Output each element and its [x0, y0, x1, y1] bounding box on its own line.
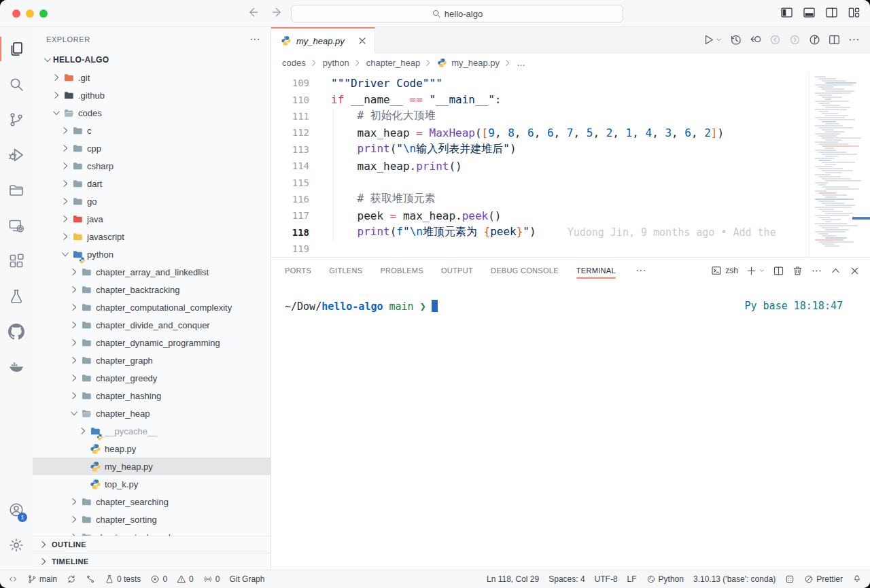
tests-indicator[interactable]: 0 tests — [105, 574, 141, 584]
tree-item-codes[interactable]: codes — [33, 104, 271, 122]
tree-item-python[interactable]: python — [33, 245, 271, 263]
tree-item-go[interactable]: go — [33, 192, 271, 210]
tree-item-dart[interactable]: dart — [33, 175, 271, 192]
warnings-indicator[interactable]: 0 — [177, 574, 194, 584]
panel-tab-gitlens[interactable]: GITLENS — [329, 258, 362, 283]
zoom-window-button[interactable] — [39, 10, 48, 18]
activity-bar-item-explorer[interactable] — [0, 31, 33, 67]
tree-item--git[interactable]: .git — [33, 69, 271, 86]
sidebar-section-outline[interactable]: OUTLINE — [33, 536, 271, 553]
code-line-118[interactable]: 118 print(f"\n堆顶元素为 {peek}")Yudong Jin, … — [271, 224, 870, 241]
breadcrumb-item[interactable]: … — [517, 58, 525, 68]
activity-bar-item-docker[interactable] — [0, 349, 33, 385]
cursor-position[interactable]: Ln 118, Col 29 — [487, 574, 539, 584]
code-editor[interactable]: 109"""Driver Code"""110if __name__ == "_… — [271, 72, 870, 257]
explorer-more-actions-icon[interactable] — [249, 33, 261, 46]
sync-button[interactable] — [67, 574, 76, 584]
panel-more-actions-icon[interactable] — [811, 265, 822, 277]
tree-item-chapter-dynamic-programming[interactable]: chapter_dynamic_programming — [33, 334, 271, 351]
maximize-panel-icon[interactable] — [830, 265, 841, 277]
tree-item-chapter-stack-and-queue[interactable]: chapter_stack_and_queue — [33, 528, 271, 536]
activity-bar-item-remote-explorer[interactable] — [0, 208, 33, 243]
activity-bar-item-folder-view[interactable] — [0, 173, 33, 208]
minimap[interactable] — [809, 72, 862, 257]
tree-item-c[interactable]: c — [33, 122, 271, 139]
terminal-shell-selector[interactable]: zsh — [711, 265, 738, 276]
nav-forward-icon[interactable] — [271, 5, 284, 19]
more-actions-button[interactable] — [848, 33, 860, 46]
activity-bar-item-extensions[interactable] — [0, 243, 33, 279]
nav-back-icon[interactable] — [246, 5, 260, 19]
customize-layout-icon[interactable] — [848, 6, 860, 19]
file-history-button[interactable] — [729, 33, 742, 46]
tree-item-chapter-greedy[interactable]: chapter_greedy — [33, 369, 271, 387]
indentation[interactable]: Spaces: 4 — [549, 574, 585, 584]
ports-indicator[interactable]: 0 — [203, 574, 220, 584]
activity-bar-item-testing[interactable] — [0, 279, 33, 314]
close-window-button[interactable] — [12, 10, 20, 18]
run-dropdown-icon[interactable] — [715, 36, 723, 44]
tree-item-java[interactable]: java — [33, 210, 271, 228]
toggle-panel-icon[interactable] — [803, 6, 816, 19]
prettier-status[interactable]: Prettier — [804, 574, 843, 584]
activity-bar-item-github[interactable] — [0, 314, 33, 349]
tree-item-chapter-array-and-linkedlist[interactable]: chapter_array_and_linkedlist — [33, 263, 271, 281]
panel-tab-problems[interactable]: PROBLEMS — [380, 258, 423, 283]
errors-indicator[interactable]: 0 — [150, 574, 167, 584]
eol[interactable]: LF — [627, 574, 637, 584]
language-mode[interactable]: Python — [646, 574, 684, 584]
remote-indicator[interactable] — [8, 574, 18, 584]
activity-bar-item-accounts[interactable]: 1 — [0, 492, 33, 528]
code-line-114[interactable]: 114 max_heap.print() — [271, 158, 870, 174]
python-interpreter[interactable]: 3.10.13 ('base': conda) — [693, 574, 776, 584]
code-line-113[interactable]: 113 print("\n输入列表并建堆后") — [271, 141, 870, 158]
tree-item-csharp[interactable]: csharp — [33, 157, 271, 175]
breadcrumb-item[interactable]: chapter_heap — [366, 58, 421, 68]
breadcrumb-item[interactable]: codes — [282, 58, 306, 68]
encoding[interactable]: UTF-8 — [595, 574, 618, 584]
tab-close-icon[interactable] — [357, 35, 368, 46]
tree-item-chapter-sorting[interactable]: chapter_sorting — [33, 511, 271, 528]
code-line-116[interactable]: 116 # 获取堆顶元素 — [271, 191, 870, 207]
tree-root-hello-algo[interactable]: HELLO-ALGO — [33, 51, 271, 69]
activity-bar-item-search[interactable] — [0, 67, 33, 102]
command-center-search[interactable]: hello-algo — [291, 5, 623, 22]
tree-item-javascript[interactable]: javascript — [33, 228, 271, 245]
panel-tabs-more-icon[interactable] — [635, 264, 647, 277]
new-terminal-icon[interactable] — [746, 265, 757, 277]
terminal[interactable]: ~/Dow/hello-algo main ❯ Py base 18:18:47 — [271, 283, 870, 570]
tab-my-heap-py[interactable]: my_heap.py — [271, 27, 375, 53]
code-line-112[interactable]: 112 max_heap = MaxHeap([9, 8, 6, 6, 7, 5… — [271, 124, 870, 141]
extension-button[interactable] — [785, 574, 795, 584]
minimize-window-button[interactable] — [26, 10, 34, 18]
tree-item-cpp[interactable]: cpp — [33, 139, 271, 157]
tree-item-chapter-hashing[interactable]: chapter_hashing — [33, 387, 271, 404]
panel-tab-debug-console[interactable]: DEBUG CONSOLE — [491, 258, 559, 283]
toggle-secondary-sidebar-icon[interactable] — [825, 6, 838, 19]
activity-bar-item-run-debug[interactable] — [0, 137, 33, 173]
panel-tab-ports[interactable]: PORTS — [285, 258, 311, 283]
tree-item-chapter-computational-complexity[interactable]: chapter_computational_complexity — [33, 298, 271, 316]
split-editor-button[interactable] — [828, 33, 841, 46]
code-line-110[interactable]: 110if __name__ == "__main__": — [271, 91, 870, 107]
tree-item-chapter-searching[interactable]: chapter_searching — [33, 493, 271, 511]
code-line-115[interactable]: 115 — [271, 174, 870, 190]
code-line-117[interactable]: 117 peek = max_heap.peek() — [271, 207, 870, 224]
tree-item-chapter-divide-and-conquer[interactable]: chapter_divide_and_conquer — [33, 316, 271, 334]
tree-item-chapter-backtracking[interactable]: chapter_backtracking — [33, 281, 271, 298]
kill-terminal-icon[interactable] — [792, 265, 803, 277]
breadcrumb-item[interactable]: my_heap.py — [451, 58, 500, 68]
git-graph-button[interactable]: Git Graph — [229, 574, 264, 584]
sidebar-section-timeline[interactable]: TIMELINE — [33, 553, 271, 570]
tree-item-top-k-py[interactable]: top_k.py — [33, 475, 271, 493]
new-terminal-dropdown-icon[interactable] — [759, 267, 765, 274]
code-line-119[interactable]: 119 — [271, 241, 870, 257]
activity-bar-item-settings[interactable] — [0, 528, 33, 563]
activity-bar-item-source-control[interactable] — [0, 102, 33, 137]
panel-tab-output[interactable]: OUTPUT — [441, 258, 473, 283]
panel-tab-terminal[interactable]: TERMINAL — [576, 258, 616, 283]
breadcrumb-item[interactable]: python — [323, 58, 349, 68]
close-panel-icon[interactable] — [849, 265, 860, 277]
branch-indicator[interactable]: main — [27, 574, 57, 584]
code-line-111[interactable]: 111 # 初始化大顶堆 — [271, 108, 870, 124]
